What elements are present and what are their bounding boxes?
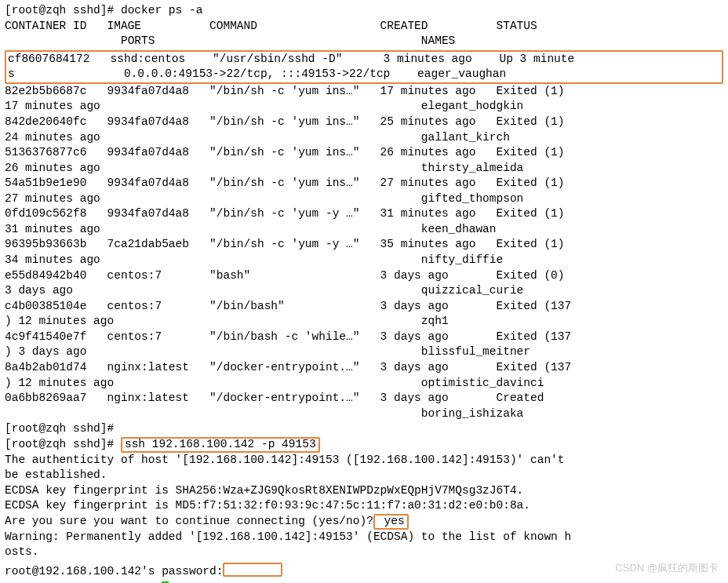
ssh-continue-prompt[interactable]: Are you sure you want to continue connec… xyxy=(5,514,723,530)
ssh-command-line: [root@zqh sshd]# ssh 192.168.100.142 -p … xyxy=(5,437,723,453)
ps-row: 34 minutes ago nifty_diffie xyxy=(5,253,723,268)
ps-row: 24 minutes ago gallant_kirch xyxy=(5,130,723,146)
continue-question: Are you sure you want to continue connec… xyxy=(5,515,373,527)
ps-row: 17 minutes ago elegant_hodgkin xyxy=(5,99,723,115)
ps-row-highlight-1: cf8607684172 sshd:centos "/usr/sbin/sshd… xyxy=(8,52,720,67)
ps-row: 0fd109c562f8 9934fa07d4a8 "/bin/sh -c 'y… xyxy=(5,206,723,222)
ps-row: 842de20640fc 9934fa07d4a8 "/bin/sh -c 'y… xyxy=(5,115,723,130)
ps-row: ) 12 minutes ago optimistic_davinci xyxy=(5,376,723,392)
command-text: ssh 192.168.100.142 -p 49153 xyxy=(125,438,316,450)
shell-prompt: [root@zqh sshd]# xyxy=(5,438,121,450)
shell-prompt: [root@zqh sshd]# xyxy=(5,4,121,16)
ssh-fingerprint-sha: ECDSA key fingerprint is SHA256:Wza+ZJG9… xyxy=(5,483,723,499)
ps-row: boring_ishizaka xyxy=(5,406,723,422)
ps-row: 27 minutes ago gifted_thompson xyxy=(5,191,723,207)
ps-row: ) 3 days ago blissful_meitner xyxy=(5,344,723,360)
yes-answer: yes xyxy=(377,515,405,527)
ps-row: 82e2b5b6687c 9934fa07d4a8 "/bin/sh -c 'y… xyxy=(5,84,723,100)
ps-row: 4c9f41540e7f centos:7 "/bin/bash -c 'whi… xyxy=(5,330,723,345)
ps-row: 31 minutes ago keen_dhawan xyxy=(5,222,723,238)
terminal-line: [root@zqh sshd]# docker ps -a xyxy=(5,3,723,19)
highlight-ssh-cmd: ssh 192.168.100.142 -p 49153 xyxy=(121,437,320,453)
ps-row: 26 minutes ago thirsty_almeida xyxy=(5,161,723,177)
ssh-auth-line1: The authenticity of host '[192.168.100.1… xyxy=(5,453,723,468)
ps-header-line1: CONTAINER ID IMAGE COMMAND CREATED STATU… xyxy=(5,19,723,35)
ps-row: 5136376877c6 9934fa07d4a8 "/bin/sh -c 'y… xyxy=(5,145,723,161)
command-text: docker ps -a xyxy=(121,4,202,16)
highlight-yes: yes xyxy=(373,514,409,530)
highlight-running-container: cf8607684172 sshd:centos "/usr/sbin/sshd… xyxy=(5,50,723,84)
ssh-auth-line2: be established. xyxy=(5,468,723,483)
password-label: root@192.168.100.142's password: xyxy=(5,565,223,578)
ps-row-highlight-2: s 0.0.0.0:49153->22/tcp, :::49153->22/tc… xyxy=(8,67,720,82)
ps-row: 0a6bb8269aa7 nginx:latest "/docker-entry… xyxy=(5,391,723,406)
ps-row: e55d84942b40 centos:7 "bash" 3 days ago … xyxy=(5,268,723,284)
ps-row: ) 12 minutes ago zqh1 xyxy=(5,314,723,330)
ps-header-line2: PORTS NAMES xyxy=(5,34,723,49)
shell-prompt-empty[interactable]: [root@zqh sshd]# xyxy=(5,421,723,437)
highlight-password-field[interactable] xyxy=(223,563,282,577)
ssh-fingerprint-md5: ECDSA key fingerprint is MD5:f7:51:32:f0… xyxy=(5,498,723,514)
ps-row: 3 days ago quizzical_curie xyxy=(5,283,723,299)
container-shell-prompt[interactable]: [root@cf8607684172 ~]# xyxy=(5,580,723,583)
ps-row: 8a4b2ab01d74 nginx:latest "/docker-entry… xyxy=(5,360,723,376)
ps-row: 54a51b9e1e90 9934fa07d4a8 "/bin/sh -c 'y… xyxy=(5,176,723,191)
ps-row: c4b00385104e centos:7 "/bin/bash" 3 days… xyxy=(5,299,723,315)
ssh-warning-line1: Warning: Permanently added '[192.168.100… xyxy=(5,530,723,545)
watermark-text: CSDN @疯狂的斯图卡 xyxy=(615,561,719,575)
ssh-warning-line2: osts. xyxy=(5,545,723,560)
ps-row: 96395b93663b 7ca21dab5aeb "/bin/sh -c 'y… xyxy=(5,237,723,253)
